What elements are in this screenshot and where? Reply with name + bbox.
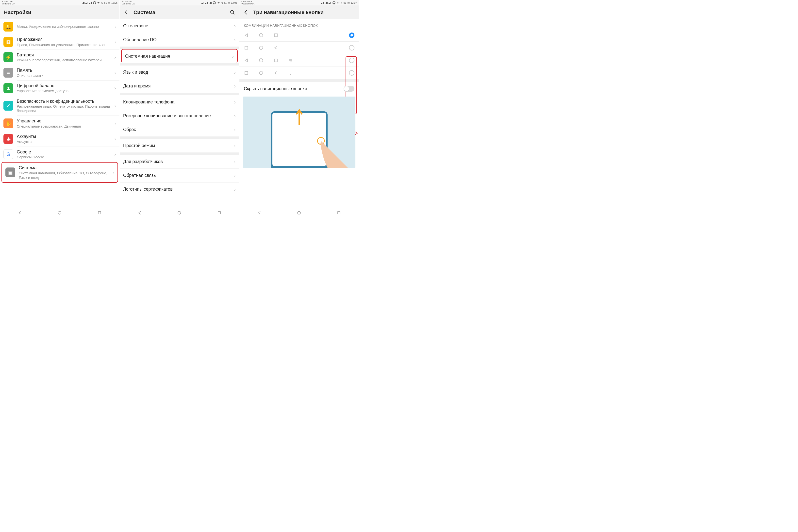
row-title: Система xyxy=(19,165,110,171)
radio-button[interactable] xyxy=(349,33,355,38)
svg-point-9 xyxy=(259,59,263,62)
down-icon xyxy=(288,71,293,75)
hide-nav-row[interactable]: Скрыть навигационные кнопки xyxy=(240,82,359,96)
battery-icon: ▭ xyxy=(228,1,230,4)
search-icon[interactable] xyxy=(230,10,235,15)
header: Система xyxy=(120,5,239,19)
header: Настройки xyxy=(0,5,119,19)
radio-button[interactable] xyxy=(349,70,355,76)
row-subtitle: Права, Приложения по умолчанию, Приложен… xyxy=(17,43,112,47)
system-row[interactable]: Язык и ввод› xyxy=(120,65,239,79)
recent-icon[interactable] xyxy=(337,211,341,215)
back-icon[interactable] xyxy=(258,211,261,215)
row-subtitle: Аккаунты xyxy=(17,139,112,144)
settings-row[interactable]: ≡ Память Очистка памяти › xyxy=(0,65,119,80)
settings-row[interactable]: ✓ Безопасность и конфиденциальность Расп… xyxy=(0,96,119,116)
radio-button[interactable] xyxy=(349,45,355,51)
system-row[interactable]: Обновление ПО› xyxy=(120,33,239,46)
signal-icon xyxy=(209,1,212,4)
chevron-icon: › xyxy=(112,103,116,109)
settings-row[interactable]: ⧗ Цифровой баланс Управление временем до… xyxy=(0,80,119,96)
system-row[interactable]: Клонирование телефона› xyxy=(120,95,239,109)
hide-nav-label: Скрыть навигационные кнопки xyxy=(244,86,344,92)
chevron-icon: › xyxy=(112,121,116,126)
down-icon xyxy=(288,58,293,63)
back-icon[interactable] xyxy=(138,211,141,215)
chevron-icon: › xyxy=(232,37,236,43)
screen-settings: KYIVSTAR Vodafone UA 🎧 👁 ℕ 51 ▭ 12:06 На… xyxy=(0,0,120,217)
row-title: Аккаунты xyxy=(17,134,112,139)
system-row[interactable]: Логотипы сертификатов› xyxy=(120,183,239,196)
row-subtitle: Управление временем доступа xyxy=(17,89,112,93)
recent-icon[interactable] xyxy=(217,211,221,215)
recent-icon[interactable] xyxy=(97,211,101,215)
home-icon[interactable] xyxy=(297,211,301,215)
back-icon[interactable] xyxy=(18,211,22,215)
carrier-2: Vodafone UA xyxy=(241,3,254,5)
system-row[interactable]: Обратная связь› xyxy=(120,169,239,183)
radio-button[interactable] xyxy=(349,58,355,63)
settings-row[interactable]: ▦ Приложения Права, Приложения по умолча… xyxy=(0,34,119,50)
chevron-icon: › xyxy=(232,70,236,75)
battery-label: 51 xyxy=(344,1,346,4)
svg-point-2 xyxy=(230,10,233,13)
home-icon[interactable] xyxy=(58,211,61,215)
chevron-icon: › xyxy=(112,24,116,30)
hand-icon xyxy=(311,136,348,168)
signal-icon xyxy=(321,1,324,4)
chevron-icon: › xyxy=(232,23,236,29)
battery-icon: ▭ xyxy=(108,1,110,4)
nfc-icon: ℕ xyxy=(221,1,223,4)
chevron-icon: › xyxy=(112,151,116,157)
header: Три навигационные кнопки xyxy=(240,5,359,19)
screen-nav-buttons: KYIVSTAR Vodafone UA 🎧 👁 ℕ 51 ▭ 12:07 Тр… xyxy=(240,0,359,217)
row-subtitle: Специальные возможности, Движения xyxy=(17,124,112,129)
settings-row[interactable]: 🔔 Метки, Уведомления на заблокированном … xyxy=(0,19,119,34)
row-title: Приложения xyxy=(17,37,112,42)
settings-row[interactable]: G Google Сервисы Google › xyxy=(0,147,119,162)
status-bar: KYIVSTAR Vodafone UA 🎧 👁 ℕ 51 ▭ 12:06 xyxy=(0,0,119,5)
chevron-icon: › xyxy=(232,99,236,105)
back-button[interactable] xyxy=(124,10,129,15)
chevron-icon: › xyxy=(232,187,236,192)
nav-combo-row[interactable] xyxy=(240,29,359,42)
back-button[interactable] xyxy=(243,10,249,15)
row-title: Простой режим xyxy=(123,143,232,149)
system-row[interactable]: Резервное копирование и восстановление› xyxy=(120,109,239,123)
row-subtitle: Сервисы Google xyxy=(17,155,112,159)
row-title: Google xyxy=(17,149,112,155)
eye-icon: 👁 xyxy=(217,1,220,4)
svg-rect-15 xyxy=(338,212,340,214)
chevron-icon: › xyxy=(232,127,236,133)
row-subtitle: Метки, Уведомления на заблокированном эк… xyxy=(17,24,112,29)
toggle-switch[interactable] xyxy=(344,86,355,92)
settings-row[interactable]: ◉ Аккаунты Аккаунты › xyxy=(0,131,119,147)
system-row[interactable]: Для разработчиков› xyxy=(120,155,239,169)
system-row[interactable]: Сброс› xyxy=(120,123,239,136)
sq-icon xyxy=(273,58,278,63)
row-title: Клонирование телефона xyxy=(123,99,232,105)
row-icon: 🔔 xyxy=(3,22,13,32)
row-icon: ◉ xyxy=(3,134,13,144)
row-title: Обратная связь xyxy=(123,173,232,178)
tri-icon xyxy=(244,58,249,63)
system-row[interactable]: О телефоне› xyxy=(120,19,239,33)
eye-icon: 👁 xyxy=(337,1,339,4)
page-title: Настройки xyxy=(4,10,31,15)
settings-row[interactable]: ✋ Управление Специальные возможности, Дв… xyxy=(0,116,119,131)
sq-icon xyxy=(244,71,249,75)
settings-row[interactable]: ▣ Система Системная навигация, Обновлени… xyxy=(1,162,118,183)
settings-row[interactable]: ⚡ Батарея Режим энергосбережения, Исполь… xyxy=(0,50,119,65)
chevron-icon: › xyxy=(232,143,236,149)
svg-rect-10 xyxy=(274,59,277,62)
circ-icon xyxy=(259,58,264,63)
system-row[interactable]: Системная навигация› xyxy=(121,49,238,63)
circ-icon xyxy=(259,45,264,50)
system-row[interactable]: Дата и время› xyxy=(120,79,239,93)
nav-combo-row[interactable] xyxy=(240,42,359,54)
nav-combo-row[interactable] xyxy=(240,67,359,79)
system-row[interactable]: Простой режим› xyxy=(120,139,239,152)
home-icon[interactable] xyxy=(177,211,181,215)
nfc-icon: ℕ xyxy=(101,1,103,4)
nav-combo-row[interactable] xyxy=(240,54,359,67)
